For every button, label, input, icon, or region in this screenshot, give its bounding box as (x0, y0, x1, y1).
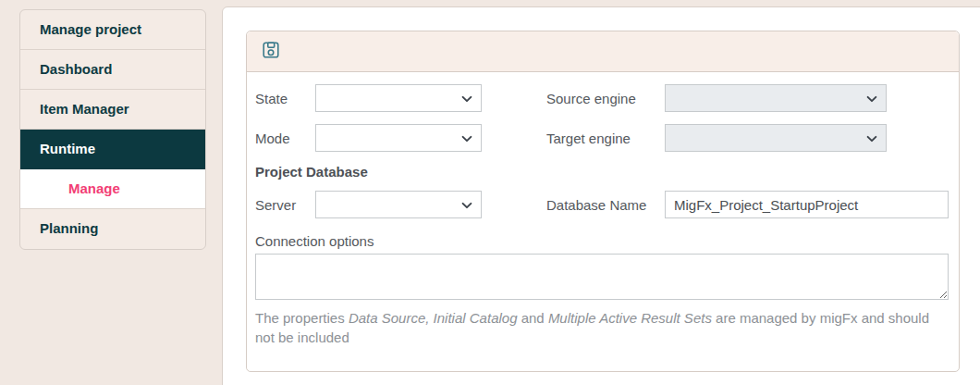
state-label: State (255, 91, 315, 106)
connection-options-label: Connection options (255, 233, 949, 249)
sidebar-item-planning[interactable]: Planning (20, 209, 205, 249)
chevron-down-icon (460, 132, 473, 145)
sidebar-subitem-manage[interactable]: Manage (20, 169, 205, 209)
sidebar-item-manage-project[interactable]: Manage project (20, 10, 205, 50)
note-text: and (518, 310, 548, 326)
form-row-state-source: State Source engine (255, 84, 949, 112)
mode-label: Mode (255, 130, 315, 146)
source-engine-select (665, 84, 887, 112)
form-row-mode-target: Mode Target engine (255, 124, 949, 152)
chevron-down-icon (460, 199, 473, 212)
card-body: State Source engine (247, 72, 959, 371)
chevron-down-icon (460, 93, 473, 106)
server-label: Server (255, 197, 315, 213)
target-engine-select (665, 124, 887, 152)
connection-options-textarea[interactable] (255, 254, 949, 300)
database-name-label: Database Name (546, 197, 665, 213)
server-select[interactable] (315, 191, 482, 218)
note-text: The properties (255, 310, 349, 326)
runtime-manage-card: State Source engine (246, 31, 960, 372)
project-database-section-title: Project Database (255, 164, 949, 180)
save-button[interactable] (256, 37, 286, 67)
sidebar-item-runtime[interactable]: Runtime (20, 130, 205, 169)
app-window: Manage project Dashboard Item Manager Ru… (0, 0, 980, 385)
save-icon (261, 40, 281, 64)
note-italic-properties: Data Source, Initial Catalog (349, 310, 518, 326)
main-panel: State Source engine (222, 6, 980, 385)
connection-options-note: The properties Data Source, Initial Cata… (255, 308, 947, 347)
database-name-input[interactable] (665, 191, 949, 218)
card-toolbar (247, 31, 959, 72)
sidebar-item-item-manager[interactable]: Item Manager (20, 90, 205, 130)
state-select[interactable] (315, 84, 482, 112)
sidebar-item-dashboard[interactable]: Dashboard (20, 50, 205, 90)
mode-select[interactable] (315, 124, 482, 152)
sidebar-nav: Manage project Dashboard Item Manager Ru… (19, 9, 206, 250)
chevron-down-icon (865, 132, 878, 145)
note-italic-properties: Multiple Active Result Sets (548, 310, 712, 326)
form-row-server-dbname: Server Database Name (255, 191, 949, 218)
target-engine-label: Target engine (546, 130, 665, 146)
chevron-down-icon (865, 93, 878, 106)
source-engine-label: Source engine (546, 91, 665, 106)
